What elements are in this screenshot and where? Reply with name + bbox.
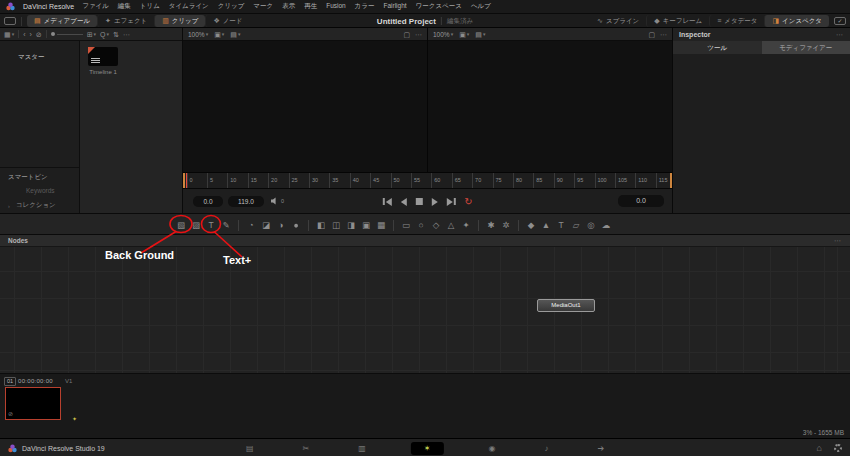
menu-item[interactable]: マーク: [253, 2, 273, 11]
thumbnail-size-slider[interactable]: [51, 32, 83, 36]
menu-item[interactable]: クリップ: [218, 2, 245, 11]
shape3d-tool-icon[interactable]: ▲: [540, 215, 552, 235]
blur-tool-icon[interactable]: ●: [290, 215, 302, 235]
go-to-end-button[interactable]: [446, 198, 455, 206]
menu-item[interactable]: カラー: [355, 2, 375, 11]
menu-item[interactable]: ヘルプ: [471, 2, 491, 11]
loop-button[interactable]: ↻: [464, 197, 472, 207]
back-icon[interactable]: ‹: [23, 29, 25, 40]
forward-icon[interactable]: ›: [29, 29, 31, 40]
ellipse-mask-tool-icon[interactable]: ○: [415, 215, 427, 235]
menu-item[interactable]: ファイル: [82, 2, 109, 11]
keyframe-button[interactable]: ◆キーフレーム: [646, 15, 709, 27]
sort-icon[interactable]: ⇅: [113, 29, 119, 40]
page-fusion-button[interactable]: ✶: [411, 442, 444, 455]
checkbox-icon[interactable]: ✓: [834, 17, 846, 25]
merge-tool-icon[interactable]: ◫: [330, 215, 342, 235]
page-media-button[interactable]: ▤: [242, 442, 258, 455]
settings-gear-icon[interactable]: [834, 444, 842, 452]
expand-viewer-icon[interactable]: ▢: [648, 29, 655, 40]
clips-button[interactable]: ▥クリップ: [154, 15, 205, 27]
effects-button[interactable]: ✦エフェクト: [97, 15, 154, 27]
viewer-zoom-select[interactable]: 100%▾: [188, 31, 208, 38]
menu-item[interactable]: ワークスペース: [416, 2, 462, 11]
color-corrector-tool-icon[interactable]: ◔: [245, 215, 257, 235]
expand-caret-icon[interactable]: ›: [8, 203, 10, 209]
inspector-options-icon[interactable]: ⋯: [836, 31, 844, 39]
bspline-mask-tool-icon[interactable]: △: [445, 215, 457, 235]
stop-button[interactable]: [415, 198, 422, 205]
usage-filter-icon[interactable]: ⊘: [36, 29, 42, 40]
menu-item[interactable]: タイムライン: [169, 2, 209, 11]
brightness-contrast-tool-icon[interactable]: ◑: [275, 215, 287, 235]
time-ruler[interactable]: 0510152025303540455055606570758085909510…: [183, 172, 672, 188]
layout-presets-icon[interactable]: [4, 17, 16, 25]
transform-tool-icon[interactable]: ◧: [315, 215, 327, 235]
grid-view-icon[interactable]: ⊞▾: [87, 29, 96, 40]
viewer-options-icon[interactable]: ⋯: [660, 29, 667, 40]
render-range-end-marker[interactable]: [670, 173, 672, 188]
media-pool-button[interactable]: ▤メディアプール: [27, 15, 97, 27]
menu-item[interactable]: 編集: [118, 2, 131, 11]
menu-item[interactable]: トリム: [140, 2, 160, 11]
tab-modifiers[interactable]: モディファイアー: [762, 41, 850, 54]
magic-wand-mask-tool-icon[interactable]: ✦: [460, 215, 472, 235]
color-curves-tool-icon[interactable]: ◪: [260, 215, 272, 235]
expand-viewer-icon[interactable]: ▢: [403, 29, 410, 40]
viewer-zoom-select[interactable]: 100%▾: [433, 31, 453, 38]
page-color-button[interactable]: ◉: [484, 442, 499, 455]
spline-button[interactable]: ∿スプライン: [590, 15, 646, 27]
bin-master[interactable]: マスター: [18, 53, 44, 62]
fastnoise-tool-icon[interactable]: ▨: [190, 215, 202, 235]
current-time-field[interactable]: 0.0: [618, 195, 664, 207]
audio-level-control[interactable]: 0: [271, 197, 284, 205]
left-viewer-canvas[interactable]: [183, 41, 427, 172]
rectangle-mask-tool-icon[interactable]: ▭: [400, 215, 412, 235]
play-reverse-button[interactable]: [400, 198, 406, 206]
paint-tool-icon[interactable]: ✎: [220, 215, 232, 235]
page-edit-button[interactable]: ▥: [354, 442, 370, 455]
menu-item[interactable]: Fairlight: [383, 2, 406, 11]
text3d-tool-icon[interactable]: T: [555, 215, 567, 235]
polygon-mask-tool-icon[interactable]: ◇: [430, 215, 442, 235]
smart-bin-collections[interactable]: › コレクション: [8, 201, 56, 210]
more-options-icon[interactable]: ⋯: [123, 29, 130, 40]
nodes-button[interactable]: ❖ノード: [205, 15, 249, 27]
imageplane3d-tool-icon[interactable]: ▱: [570, 215, 582, 235]
page-deliver-button[interactable]: ➔: [593, 442, 608, 455]
go-to-start-button[interactable]: [382, 198, 391, 206]
media-out-node[interactable]: MediaOut1: [537, 299, 595, 312]
tab-tools[interactable]: ツール: [673, 41, 762, 54]
split-view-icon[interactable]: ▣▾: [214, 29, 224, 40]
menu-item[interactable]: Fusion: [326, 2, 346, 11]
background-tool-icon[interactable]: ▧: [175, 215, 187, 235]
timeline-clip-thumbnail[interactable]: [88, 47, 118, 66]
page-fairlight-button[interactable]: ♪: [540, 442, 552, 455]
page-cut-button[interactable]: ✂: [298, 442, 313, 455]
resize-tool-icon[interactable]: ◨: [345, 215, 357, 235]
comp-end-field[interactable]: 119.0: [228, 196, 264, 207]
shear-tool-icon[interactable]: ▦: [375, 215, 387, 235]
node-editor-canvas[interactable]: MediaOut1: [0, 247, 850, 373]
project-manager-home-icon[interactable]: ⌂: [817, 439, 822, 456]
viewer-options-icon[interactable]: ⋯: [415, 29, 422, 40]
display-mode-icon[interactable]: ▤▾: [230, 29, 240, 40]
menu-item[interactable]: 再生: [304, 2, 317, 11]
textplus-tool-icon[interactable]: T: [205, 215, 217, 235]
crop-tool-icon[interactable]: ▣: [360, 215, 372, 235]
split-view-icon[interactable]: ▣▾: [459, 29, 469, 40]
play-button[interactable]: [431, 198, 437, 206]
particles-emitter-tool-icon[interactable]: ✱: [485, 215, 497, 235]
camera3d-tool-icon[interactable]: ◎: [585, 215, 597, 235]
render-range-start-marker[interactable]: [183, 173, 185, 188]
metadata-button[interactable]: ≡メタデータ: [709, 15, 764, 27]
right-viewer-canvas[interactable]: [428, 41, 672, 172]
inspector-button[interactable]: ◨インスペクタ: [764, 15, 829, 27]
menu-item[interactable]: 表示: [282, 2, 295, 11]
nodes-options-icon[interactable]: ⋯: [834, 237, 842, 245]
particles-render-tool-icon[interactable]: ✲: [500, 215, 512, 235]
current-clip-thumbnail[interactable]: ⊘: [5, 387, 61, 420]
panel-view-icon[interactable]: ▦▾: [4, 29, 14, 40]
renderer3d-tool-icon[interactable]: ☁: [600, 215, 612, 235]
smart-bin-keywords[interactable]: Keywords: [26, 187, 55, 194]
